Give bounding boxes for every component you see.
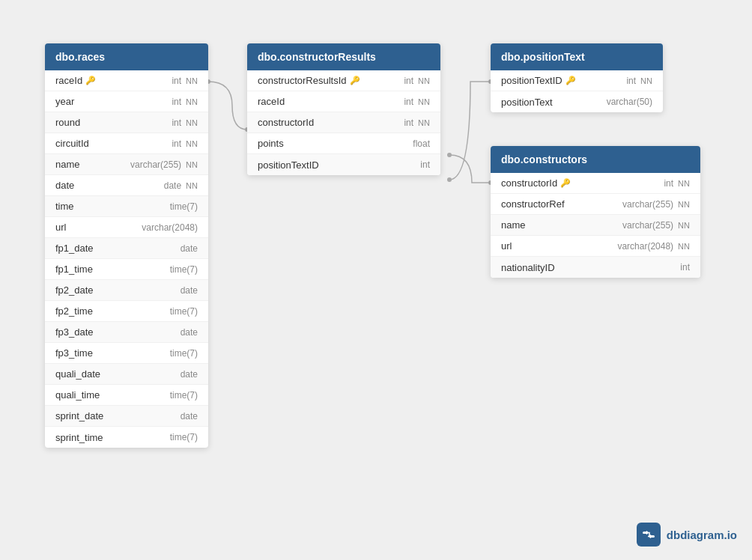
brand-name: dbdiagram.io — [667, 529, 737, 541]
table-row: positionText varchar(50) — [491, 91, 663, 112]
table-row: positionTextID 🔑 intNN — [491, 70, 663, 91]
brand-icon — [637, 523, 661, 547]
table-row: round intNN — [45, 112, 208, 133]
svg-point-4 — [447, 153, 452, 157]
table-constructors: dbo.constructors constructorId 🔑 intNN c… — [491, 146, 700, 278]
table-position-text-header: dbo.positionText — [491, 43, 663, 70]
table-row: sprint_date date — [45, 406, 208, 427]
table-races-header: dbo.races — [45, 43, 208, 70]
table-constructors-header: dbo.constructors — [491, 146, 700, 173]
table-row: constructorResultsId 🔑 intNN — [247, 70, 440, 91]
col-name: raceId 🔑 — [55, 75, 96, 86]
table-row: points float — [247, 133, 440, 154]
table-row: quali_time time(7) — [45, 385, 208, 406]
table-row: constructorRef varchar(255)NN — [491, 194, 700, 215]
table-row: fp1_date date — [45, 238, 208, 259]
table-row: circuitId intNN — [45, 133, 208, 154]
table-row: raceId intNN — [247, 91, 440, 112]
table-row: url varchar(2048)NN — [491, 236, 700, 257]
table-row: nationalityID int — [491, 257, 700, 278]
table-row: quali_date date — [45, 364, 208, 385]
table-row: constructorId intNN — [247, 112, 440, 133]
table-row: fp3_time time(7) — [45, 343, 208, 364]
table-row: date dateNN — [45, 175, 208, 196]
table-position-text: dbo.positionText positionTextID 🔑 intNN … — [491, 43, 663, 112]
table-row: url varchar(2048) — [45, 217, 208, 238]
table-row: constructorId 🔑 intNN — [491, 173, 700, 194]
table-races: dbo.races raceId 🔑 intNN year intNN roun… — [45, 43, 208, 448]
table-constructor-results-header: dbo.constructorResults — [247, 43, 440, 70]
diagram-canvas: dbo.races raceId 🔑 intNN year intNN roun… — [0, 0, 752, 560]
table-constructor-results: dbo.constructorResults constructorResult… — [247, 43, 440, 175]
table-row: year intNN — [45, 91, 208, 112]
table-row: sprint_time time(7) — [45, 427, 208, 448]
table-row: name varchar(255)NN — [45, 154, 208, 175]
table-row: fp3_date date — [45, 322, 208, 343]
svg-point-2 — [447, 177, 452, 182]
table-row: name varchar(255)NN — [491, 215, 700, 236]
table-row: fp2_time time(7) — [45, 301, 208, 322]
table-row: raceId 🔑 intNN — [45, 70, 208, 91]
table-row: fp2_date date — [45, 280, 208, 301]
table-row: positionTextID int — [247, 154, 440, 175]
table-row: fp1_time time(7) — [45, 259, 208, 280]
brand-badge: dbdiagram.io — [637, 523, 737, 547]
table-row: time time(7) — [45, 196, 208, 217]
pk-icon: 🔑 — [85, 76, 96, 85]
